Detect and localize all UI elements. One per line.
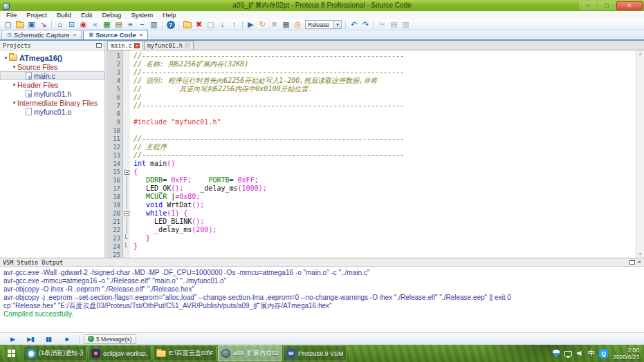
fold-guide-line <box>127 193 127 201</box>
fold-cell <box>123 68 130 77</box>
stop-button[interactable]: ■ <box>58 334 75 344</box>
cut-icon: ✂ <box>379 21 385 28</box>
help-icon: ? <box>167 21 175 29</box>
electrical-rule-check-button[interactable]: − <box>136 19 148 30</box>
messages-button[interactable]: 5 Message(s) <box>84 334 136 344</box>
tab-source-code[interactable]: ≣Source Code× <box>83 30 148 39</box>
clean-project-button: ✖ <box>268 19 280 30</box>
qq-icon[interactable]: Q <box>599 349 608 358</box>
report-button[interactable]: ▥ <box>148 19 160 30</box>
import-design-button[interactable]: ↘ <box>37 19 49 30</box>
task-proteus-project[interactable]: a09_扩展内存02... <box>218 345 282 361</box>
caret-down-icon[interactable]: ▾ <box>11 100 17 106</box>
fold-cell[interactable] <box>123 168 130 176</box>
pcb-layout-button[interactable]: ◉ <box>77 19 89 30</box>
close-tab-icon[interactable]: × <box>139 32 142 38</box>
tree-item-myfunc01-h[interactable]: hmyfunc01.h <box>0 89 104 98</box>
fold-cell[interactable] <box>123 209 130 218</box>
close-file-icon[interactable]: × <box>134 43 140 48</box>
message-count-icon <box>88 336 94 342</box>
undo-button[interactable]: ↶ <box>348 19 360 30</box>
tree-item-label: myfunc01.o <box>34 108 71 116</box>
new-design-button[interactable]: ▢ <box>2 19 14 30</box>
proteus-app-icon <box>3 3 10 10</box>
design-explorer-button[interactable]: ▤ <box>113 19 125 30</box>
display-icon[interactable] <box>564 351 572 356</box>
new-source-file-button[interactable]: ▢ <box>205 19 217 30</box>
schematic-capture-button[interactable]: ⊡ <box>66 19 77 30</box>
project-settings-button[interactable]: ◎ <box>292 19 304 30</box>
task-file-explorer[interactable]: E:\百度云盘03\Pr... <box>153 345 217 361</box>
pause-button[interactable]: ▮▮ <box>40 334 57 344</box>
menu-item-system[interactable]: System <box>126 11 158 19</box>
fold-collapse-icon[interactable] <box>125 170 129 175</box>
close-button[interactable]: × <box>616 1 643 10</box>
menu-item-project[interactable]: Project <box>21 11 52 19</box>
home-button[interactable]: ⌂ <box>54 19 66 30</box>
float-panel-icon[interactable] <box>96 43 102 48</box>
upload-firmware-button[interactable]: ▦ <box>280 19 292 30</box>
scroll-up-icon[interactable]: ▲ <box>638 52 643 56</box>
add-source-file-button[interactable] <box>181 19 193 30</box>
open-design-button[interactable] <box>14 19 26 30</box>
redo-button[interactable]: ↷ <box>360 19 371 30</box>
tree-item-header-files[interactable]: ▾Header Files <box>0 80 104 89</box>
line-number-gutter: 1234567891011121314151617181920212223242… <box>107 50 123 258</box>
maximize-button[interactable]: □ <box>598 1 616 10</box>
import-source-file-button[interactable]: ↓ <box>217 19 228 30</box>
editor-scrollbar[interactable]: ▲ ▼ <box>636 50 644 258</box>
build-project-button[interactable]: ▶ <box>245 19 257 30</box>
task-browser-notification[interactable]: (1条消息)通知-消... <box>23 345 86 361</box>
menu-item-edit[interactable]: Edit <box>76 11 97 19</box>
close-tab-icon[interactable]: × <box>73 32 77 38</box>
tree-item-main-c[interactable]: cmain.c <box>0 71 104 80</box>
caret-down-icon[interactable]: ▾ <box>3 55 9 61</box>
float-output-icon[interactable] <box>629 260 635 265</box>
menu-item-file[interactable]: File <box>1 11 21 19</box>
close-file-icon[interactable]: × <box>185 43 190 48</box>
fold-collapse-icon[interactable] <box>125 211 129 216</box>
tree-item-atmega16[interactable]: ▾ATmega16() <box>0 53 104 62</box>
caret-down-icon[interactable]: ▾ <box>11 82 17 88</box>
step-button[interactable]: ▶▮ <box>22 334 39 344</box>
task-eclipse-workspace[interactable]: eclipjav-worksp... <box>88 345 151 361</box>
ime-icon[interactable]: 中 <box>588 349 594 358</box>
tree-item-source-files[interactable]: ▾Source Files <box>0 62 104 71</box>
editor-tab-myfunc01-h[interactable]: myfunc01.h× <box>144 41 194 50</box>
scroll-down-icon[interactable]: ▼ <box>638 252 643 256</box>
rebuild-project-button[interactable]: ↻ <box>257 19 268 30</box>
code-editor[interactable]: //--------------------------------------… <box>130 50 636 258</box>
3d-viewer-button[interactable]: ▦ <box>101 19 113 30</box>
taskbar-clock[interactable]: 2:00 2020/6/23 <box>613 347 641 361</box>
close-output-icon[interactable]: × <box>638 259 641 265</box>
window-controls: – □ × <box>579 1 643 10</box>
editor-tab-main-c[interactable]: main.c× <box>107 41 143 50</box>
minimize-button[interactable]: – <box>579 1 597 10</box>
task-word-document[interactable]: WProteus8.9 VSM... <box>283 345 347 361</box>
line-number: 4 <box>107 77 122 85</box>
projects-panel: Projects ▾ATmega16()▾Source Filescmain.c… <box>0 41 105 258</box>
volume-icon[interactable] <box>577 350 583 356</box>
run-button[interactable]: ▶ <box>4 334 21 344</box>
tab-schematic-capture[interactable]: ⊟Schematic Capture× <box>1 30 82 39</box>
goto-previous-button[interactable]: « <box>89 19 101 30</box>
caret-down-icon[interactable]: ▾ <box>11 64 17 70</box>
defender-shield-icon[interactable] <box>553 350 560 357</box>
menu-item-build[interactable]: Build <box>52 11 76 19</box>
help-button[interactable]: ? <box>165 19 176 30</box>
bill-of-materials-button[interactable]: ≡ <box>125 19 136 30</box>
remove-source-file-button[interactable]: ✖ <box>193 19 205 30</box>
tree-item-intermediate-binary-files[interactable]: ▾Intermediate Binary Files <box>0 98 104 107</box>
tree-item-label: myfunc01.h <box>34 90 71 98</box>
fold-cell <box>123 184 130 193</box>
tab-label: Source Code <box>95 31 136 39</box>
start-button[interactable] <box>0 345 22 362</box>
export-source-file-button[interactable]: ↑ <box>228 19 240 30</box>
tree-item-myfunc01-o[interactable]: myfunc01.o <box>0 107 104 116</box>
release-dropdown[interactable]: Release▾ <box>305 20 342 29</box>
code-segment: (); <box>192 201 204 209</box>
save-design-button[interactable]: ▣ <box>26 19 37 30</box>
code-line: LED_OK(); _delay_ms(1000); <box>134 184 636 193</box>
menu-item-help[interactable]: Help <box>158 11 181 19</box>
menu-item-debug[interactable]: Debug <box>97 11 126 19</box>
